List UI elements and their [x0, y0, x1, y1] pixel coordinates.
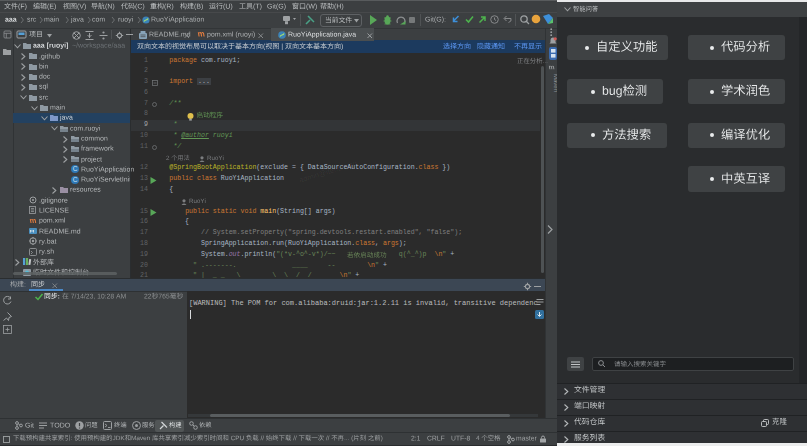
svg-text:C: C [72, 176, 77, 183]
svg-text:C: C [72, 166, 77, 173]
